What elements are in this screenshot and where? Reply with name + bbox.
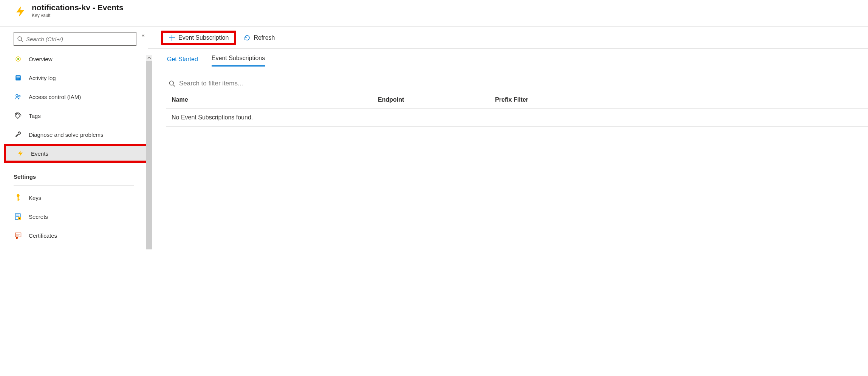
resource-type: Key vault bbox=[32, 13, 124, 18]
tabs: Get Started Event Subscriptions bbox=[148, 49, 868, 67]
sidebar-item-label: Activity log bbox=[29, 75, 56, 81]
toolbar-label: Refresh bbox=[254, 34, 275, 41]
bolt-icon bbox=[16, 149, 25, 158]
svg-rect-16 bbox=[16, 216, 19, 217]
page-header: notifications-kv - Events Key vault bbox=[0, 0, 868, 27]
sidebar-nav: Overview Activity log Access control (IA… bbox=[0, 50, 148, 249]
page-title: notifications-kv - Events bbox=[32, 3, 124, 12]
tab-get-started[interactable]: Get Started bbox=[167, 56, 198, 67]
certificate-icon bbox=[14, 231, 23, 240]
tags-icon bbox=[14, 111, 23, 120]
col-name[interactable]: Name bbox=[166, 96, 378, 103]
sidebar-item-access-control[interactable]: Access control (IAM) bbox=[0, 87, 148, 106]
sidebar-item-label: Keys bbox=[29, 195, 41, 201]
svg-rect-5 bbox=[17, 76, 20, 77]
svg-point-8 bbox=[16, 94, 18, 96]
divider bbox=[14, 186, 134, 186]
sidebar-item-tags[interactable]: Tags bbox=[0, 106, 148, 125]
plus-icon bbox=[169, 34, 175, 41]
svg-point-11 bbox=[17, 194, 19, 197]
filter-input[interactable] bbox=[179, 80, 865, 87]
filter-search[interactable] bbox=[166, 76, 867, 91]
sidebar-item-keys[interactable]: Keys bbox=[0, 188, 148, 207]
secrets-icon bbox=[14, 212, 23, 221]
svg-rect-15 bbox=[16, 215, 19, 215]
sidebar-search-input[interactable] bbox=[26, 36, 133, 42]
bolt-icon bbox=[14, 5, 27, 18]
table-header: Name Endpoint Prefix Filter bbox=[166, 91, 868, 109]
sidebar-item-activity-log[interactable]: Activity log bbox=[0, 68, 148, 87]
svg-point-18 bbox=[19, 218, 20, 219]
sidebar-item-label: Diagnose and solve problems bbox=[29, 132, 104, 138]
svg-point-25 bbox=[169, 81, 173, 85]
svg-point-9 bbox=[19, 95, 20, 97]
sidebar: « Overview Activity log Access co bbox=[0, 27, 148, 249]
sidebar-item-label: Access control (IAM) bbox=[29, 94, 81, 100]
svg-line-1 bbox=[21, 40, 23, 42]
svg-point-10 bbox=[16, 114, 17, 115]
svg-point-3 bbox=[17, 58, 19, 60]
sidebar-item-label: Events bbox=[31, 150, 48, 157]
people-icon bbox=[14, 92, 23, 101]
activity-log-icon bbox=[14, 73, 23, 82]
svg-point-0 bbox=[18, 37, 22, 40]
empty-message: No Event Subscriptions found. bbox=[166, 109, 868, 127]
svg-rect-7 bbox=[17, 79, 19, 79]
refresh-button[interactable]: Refresh bbox=[240, 32, 279, 43]
content-area: Event Subscription Refresh Get Started E… bbox=[148, 27, 868, 249]
sidebar-item-label: Certificates bbox=[29, 232, 57, 239]
event-subscription-button[interactable]: Event Subscription bbox=[161, 31, 236, 45]
svg-line-26 bbox=[173, 85, 175, 87]
sidebar-item-label: Secrets bbox=[29, 214, 48, 220]
wrench-icon bbox=[14, 130, 23, 139]
search-icon bbox=[17, 36, 23, 42]
collapse-sidebar-icon[interactable]: « bbox=[142, 32, 144, 38]
toolbar: Event Subscription Refresh bbox=[148, 27, 868, 49]
overview-icon bbox=[14, 54, 23, 63]
sidebar-item-secrets[interactable]: Secrets bbox=[0, 207, 148, 226]
sidebar-item-label: Tags bbox=[29, 113, 41, 119]
key-icon bbox=[14, 193, 23, 202]
col-endpoint[interactable]: Endpoint bbox=[378, 96, 495, 103]
svg-rect-13 bbox=[18, 200, 20, 200]
sidebar-item-label: Overview bbox=[29, 56, 53, 62]
sidebar-item-diagnose[interactable]: Diagnose and solve problems bbox=[0, 125, 148, 144]
sidebar-search[interactable] bbox=[14, 32, 136, 46]
svg-rect-6 bbox=[17, 77, 20, 78]
refresh-icon bbox=[244, 34, 251, 41]
toolbar-label: Event Subscription bbox=[178, 34, 229, 41]
subscriptions-table: Name Endpoint Prefix Filter No Event Sub… bbox=[148, 91, 868, 127]
sidebar-item-overview[interactable]: Overview bbox=[0, 50, 148, 68]
search-icon bbox=[169, 80, 175, 87]
sidebar-item-events[interactable]: Events bbox=[4, 144, 148, 163]
sidebar-section-settings: Settings bbox=[0, 169, 148, 184]
tab-event-subscriptions[interactable]: Event Subscriptions bbox=[212, 55, 265, 67]
sidebar-item-certificates[interactable]: Certificates bbox=[0, 226, 148, 245]
col-prefix[interactable]: Prefix Filter bbox=[495, 96, 868, 103]
